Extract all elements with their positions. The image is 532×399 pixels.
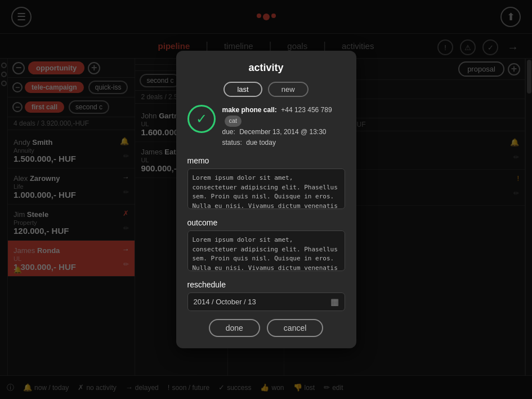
done-button[interactable]: done: [209, 319, 260, 337]
activity-status: status: due today: [222, 138, 345, 148]
memo-textarea[interactable]: [187, 169, 345, 209]
activity-info-row: ✓ make phone call: +44 123 456 789 cat d…: [187, 105, 345, 148]
outcome-textarea[interactable]: [187, 230, 345, 271]
activity-due: due: December 13, 2014 @ 13:30: [222, 127, 345, 138]
memo-label: memo: [187, 156, 345, 165]
modal-overlay: activity last new ✓ make phone call: +44…: [0, 0, 532, 399]
activity-details: make phone call: +44 123 456 789 cat due…: [222, 105, 345, 148]
modal-title: activity: [187, 62, 345, 74]
tab-last[interactable]: last: [223, 82, 262, 97]
reschedule-date: 2014 / October / 13: [194, 298, 256, 306]
reschedule-label: reschedule: [187, 280, 345, 289]
check-inner-icon: ✓: [196, 111, 207, 127]
calendar-icon[interactable]: ▦: [330, 296, 339, 307]
modal-tabs: last new: [187, 82, 345, 97]
outcome-label: outcome: [187, 218, 345, 227]
modal-action-buttons: done cancel: [187, 319, 345, 337]
activity-check-circle: ✓: [187, 105, 216, 133]
activity-modal: activity last new ✓ make phone call: +44…: [176, 51, 356, 348]
cancel-button[interactable]: cancel: [267, 319, 323, 337]
tab-new[interactable]: new: [268, 82, 309, 97]
activity-category-badge: cat: [225, 116, 242, 127]
reschedule-row: 2014 / October / 13 ▦: [187, 292, 345, 311]
activity-call-label: make phone call: +44 123 456 789 cat: [222, 105, 345, 127]
